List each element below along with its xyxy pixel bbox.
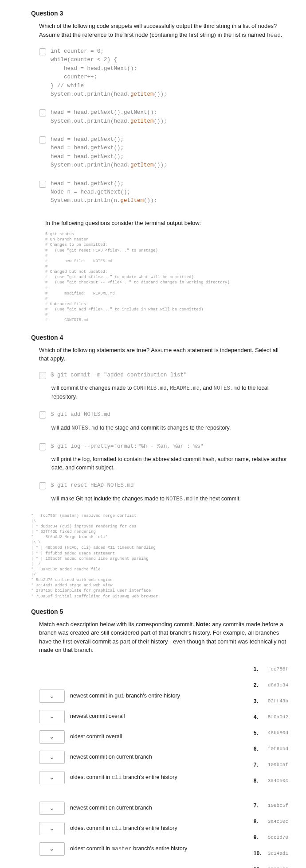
q5-match-a: newest commit in gui branch's entire his… — [39, 665, 288, 793]
match-row: newest commit on current branch — [39, 802, 240, 815]
q3-stem-b: . — [281, 31, 282, 38]
match-label: oldest commit in cli branch's entire his… — [70, 824, 177, 833]
q5-title: Question 5 — [31, 607, 288, 616]
q5-match-b: newest commit on current brancholdest co… — [39, 802, 288, 868]
commit-number: 5. — [254, 729, 262, 737]
commit-row: 1.fcc756f — [254, 665, 288, 673]
match-row: oldest commit in cli branch's entire his… — [39, 771, 240, 784]
checkbox[interactable] — [39, 482, 46, 489]
match-label: newest commit in gui branch's entire his… — [70, 692, 180, 701]
q5-stem: Match each description below with its co… — [39, 620, 288, 655]
commit-hash: 2787158 — [268, 866, 288, 868]
commit-hash: 02ff43b — [268, 698, 288, 705]
commit-number: 3. — [254, 697, 262, 705]
commit-hash: 3a4c50c — [268, 777, 288, 785]
commit-hash: 3a4c50c — [268, 818, 288, 825]
commit-number: 1. — [254, 665, 262, 673]
explanation: will print the log, formatted to contain… — [51, 455, 288, 472]
commit-row: 11.2787158 — [254, 865, 288, 868]
q3-title: Question 3 — [31, 9, 288, 18]
match-label: newest commit on current branch — [70, 753, 152, 761]
match-row: newest commit overall — [39, 710, 240, 723]
match-select[interactable] — [39, 710, 65, 723]
checkbox[interactable] — [39, 181, 46, 188]
commit-row: 2.d8d3c34 — [254, 681, 288, 689]
q4-title: Question 4 — [31, 333, 288, 342]
code-snippet: head = head.getNext().getNext(); System.… — [51, 108, 167, 126]
command: $ git reset HEAD NOTES.md — [51, 481, 134, 490]
match-row: newest commit in gui branch's entire his… — [39, 690, 240, 703]
commit-hash: 5f0a0d2 — [268, 713, 288, 721]
match-select[interactable] — [39, 822, 65, 835]
explanation: will make Git not include the changes ma… — [51, 495, 288, 504]
q3-stem-a: Which of the following code snippets wil… — [39, 23, 277, 38]
commit-row: 6.f0f6bbd — [254, 745, 288, 753]
commit-row: 4.5f0a0d2 — [254, 713, 288, 721]
command: $ git commit -m "added contribution list… — [51, 371, 187, 380]
code-snippet: head = head.getNext(); Node n = head.get… — [51, 180, 157, 205]
commit-hash: 5dc2d70 — [268, 834, 288, 841]
commit-number: 4. — [254, 713, 262, 721]
terminal-prompt: In the following questions consider the … — [45, 219, 288, 228]
commit-number: 11. — [254, 865, 262, 868]
match-row: newest commit on current branch — [39, 751, 240, 764]
terminal-output: $ git status # On branch master # Change… — [45, 232, 288, 323]
q3-option: head = head.getNext(); Node n = head.get… — [39, 180, 288, 205]
q4-option: $ git commit -m "added contribution list… — [39, 371, 288, 401]
commit-number: 6. — [254, 745, 262, 753]
commit-hash: 109bc5f — [268, 761, 288, 769]
commit-row: 7.109bc5f — [254, 802, 288, 810]
commit-hash: d8d3c34 — [268, 682, 288, 689]
command: $ git add NOTES.md — [51, 411, 110, 419]
match-label: newest commit overall — [70, 712, 125, 721]
q5-stem-a: Match each description below with its co… — [39, 621, 196, 628]
checkbox[interactable] — [39, 48, 46, 55]
q3-option: head = head.getNext().getNext(); System.… — [39, 108, 288, 126]
match-select[interactable] — [39, 771, 65, 784]
match-select[interactable] — [39, 751, 65, 764]
commit-number: 2. — [254, 681, 262, 689]
code-snippet: head = head.getNext(); head = head.getNe… — [51, 136, 167, 170]
commit-number: 7. — [254, 802, 262, 810]
commit-row: 10.3c14ad1 — [254, 849, 288, 857]
match-label: newest commit on current branch — [70, 804, 152, 812]
commit-row: 7.109bc5f — [254, 761, 288, 769]
match-label: oldest commit in cli branch's entire his… — [70, 773, 177, 782]
q3-option: head = head.getNext(); head = head.getNe… — [39, 136, 288, 170]
command: $ git log --pretty=format:"%h - %an, %ar… — [51, 442, 204, 451]
code-snippet: int counter = 0; while(counter < 2) { he… — [51, 47, 167, 99]
match-select[interactable] — [39, 802, 65, 815]
q4-stem: Which of the following statements are tr… — [39, 346, 288, 363]
match-select[interactable] — [39, 842, 65, 856]
commit-hash: f0f6bbd — [268, 745, 288, 753]
match-row: oldest commit in cli branch's entire his… — [39, 822, 240, 835]
checkbox[interactable] — [39, 109, 46, 116]
match-select[interactable] — [39, 730, 65, 744]
match-label: oldest commit overall — [70, 732, 122, 741]
commit-row: 9.5dc2d70 — [254, 833, 288, 841]
match-select[interactable] — [39, 690, 65, 703]
commit-row: 5.48bb80d — [254, 729, 288, 737]
q4-option: $ git log --pretty=format:"%h - %an, %ar… — [39, 442, 288, 472]
commit-number: 8. — [254, 777, 262, 785]
checkbox[interactable] — [39, 443, 46, 450]
match-row: oldest commit overall — [39, 730, 240, 744]
checkbox[interactable] — [39, 372, 46, 379]
checkbox[interactable] — [39, 411, 46, 418]
commit-row: 3.02ff43b — [254, 697, 288, 705]
match-row: oldest commit in master branch's entire … — [39, 842, 240, 856]
q5-stem-bold: Note: — [196, 621, 210, 628]
commit-hash: 109bc5f — [268, 802, 288, 810]
commit-hash: 48bb80d — [268, 729, 288, 737]
checkbox[interactable] — [39, 136, 46, 143]
explanation: will commit the changes made to CONTRIB.… — [51, 384, 288, 401]
commit-number: 7. — [254, 761, 262, 769]
commit-hash: 3c14ad1 — [268, 850, 288, 857]
git-graph: * fcc756f (master) resolved merge confli… — [31, 513, 288, 599]
commit-row: 8.3a4c50c — [254, 818, 288, 825]
commit-number: 10. — [254, 849, 262, 857]
commit-row: 8.3a4c50c — [254, 777, 288, 785]
q3-stem: Which of the following code snippets wil… — [39, 22, 288, 39]
q3-stem-code: head — [267, 32, 281, 39]
commit-hash: fcc756f — [268, 666, 288, 673]
